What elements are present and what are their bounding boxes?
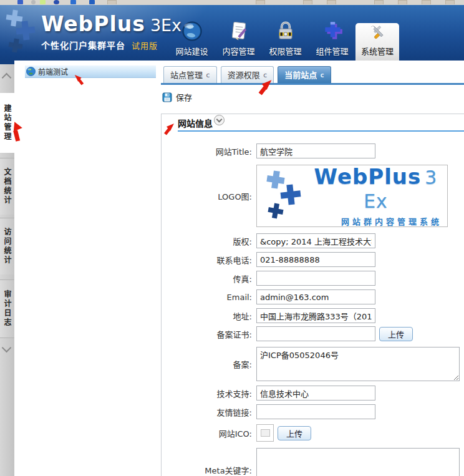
collapse-section-icon[interactable] bbox=[214, 115, 225, 125]
nav-label: 内容管理 bbox=[222, 45, 254, 57]
save-label: 保存 bbox=[176, 91, 192, 103]
address-input[interactable] bbox=[256, 308, 375, 323]
refresh-icon[interactable]: c bbox=[206, 67, 210, 84]
browser-toolbar-icon bbox=[89, 0, 95, 4]
nav-item-system[interactable]: 系统管理 bbox=[355, 23, 399, 61]
logo-subtitle-text: 网站群内容管理系统 bbox=[309, 215, 442, 227]
refresh-icon[interactable]: c bbox=[320, 67, 324, 84]
browser-toolbar-icon bbox=[398, 0, 407, 4]
section-title: 网站信息 bbox=[178, 117, 213, 129]
browser-toolbar-icon bbox=[31, 0, 36, 4]
phone-input[interactable] bbox=[256, 252, 375, 267]
sidebar-scroll-up[interactable] bbox=[0, 64, 14, 93]
site-globe-icon bbox=[26, 67, 36, 76]
logo-brand-text: WebPlus bbox=[314, 164, 422, 189]
browser-toolbar-icon bbox=[54, 0, 59, 4]
browser-toolbar-icon bbox=[107, 0, 117, 4]
field-label: 地址: bbox=[161, 310, 256, 322]
nav-item-permissions[interactable]: 权限管理 bbox=[262, 5, 309, 61]
field-label: 备案证书: bbox=[161, 328, 256, 340]
tab-resource-permissions[interactable]: 资源权限 c bbox=[221, 66, 274, 83]
browser-toolbar-icon bbox=[422, 0, 431, 4]
record-cert-upload-button[interactable]: 上传 bbox=[379, 327, 413, 341]
content-panel: 前端测试 站点管理 c 资源权限 c 当前站点 c bbox=[14, 61, 464, 476]
browser-toolbar-icon bbox=[17, 0, 23, 4]
site-logo-image: WebPlus3 Ex 网站群内容管理系统 bbox=[256, 165, 448, 227]
browser-toolbar-strip bbox=[0, 0, 464, 5]
field-label: 技术支持: bbox=[161, 387, 256, 399]
nav-item-content[interactable]: 内容管理 bbox=[215, 5, 262, 61]
tab-site-management[interactable]: 站点管理 c bbox=[163, 66, 217, 83]
tech-support-input[interactable] bbox=[256, 386, 375, 401]
brand-subtitle: 个性化门户集群平台 bbox=[41, 41, 125, 51]
copyright-input[interactable] bbox=[256, 233, 375, 248]
field-label: LOGO图: bbox=[161, 190, 256, 202]
sidebar-item-document-stats[interactable]: 文档统计 bbox=[0, 158, 14, 215]
field-label: Email: bbox=[161, 293, 256, 302]
trial-badge: 试用版 bbox=[132, 41, 158, 51]
browser-toolbar-icon bbox=[374, 0, 384, 4]
tree-item-label: 前端测试 bbox=[38, 66, 68, 77]
form-row-address: 地址: bbox=[161, 308, 464, 323]
meta-keywords-textarea[interactable] bbox=[256, 448, 460, 476]
ico-upload-button[interactable]: 上传 bbox=[278, 426, 311, 440]
form-row-record: 备案: 沪ICP备05052046号 bbox=[161, 347, 464, 381]
nav-label: 权限管理 bbox=[269, 45, 301, 57]
email-input[interactable] bbox=[256, 289, 375, 304]
record-cert-input[interactable] bbox=[256, 326, 375, 341]
browser-toolbar-icon bbox=[256, 0, 265, 4]
nav-label: 网站建设 bbox=[175, 45, 208, 57]
tab-underline bbox=[161, 83, 464, 85]
form-row-logo: LOGO图: WebPlus3 Ex 网站群内容管理系统 上传 bbox=[161, 165, 464, 227]
tools-icon bbox=[366, 23, 389, 42]
record-textarea[interactable]: 沪ICP备05052046号 bbox=[256, 347, 460, 381]
site-title-input[interactable] bbox=[256, 143, 375, 158]
nav-item-components[interactable]: 组件管理 bbox=[309, 5, 355, 61]
field-label: Meta关键字: bbox=[161, 464, 256, 476]
form-row-phone: 联系电话: bbox=[161, 252, 464, 267]
friendly-links-input[interactable] bbox=[256, 404, 375, 419]
main-nav: 网站建设 内容管理 bbox=[168, 5, 399, 61]
form-row-email: Email: bbox=[161, 289, 464, 304]
field-label: 友情链接: bbox=[161, 406, 256, 418]
tab-current-site[interactable]: 当前站点 c bbox=[278, 66, 331, 83]
sidebar-item-site-management[interactable]: 建站管理 bbox=[0, 93, 14, 153]
site-ico-preview bbox=[256, 424, 274, 442]
sidebar-scroll-down[interactable] bbox=[0, 338, 14, 359]
field-label: 备案: bbox=[161, 358, 256, 370]
webplus-logo-icon bbox=[4, 9, 39, 56]
browser-toolbar-icon bbox=[70, 0, 76, 4]
app-header: WebPlus3Ex 个性化门户集群平台试用版 网站建设 bbox=[0, 5, 464, 61]
brand-title: WebPlus3Ex bbox=[41, 14, 181, 36]
brand: WebPlus3Ex 个性化门户集群平台试用版 bbox=[4, 9, 181, 56]
tree-item-frontend-test[interactable]: 前端测试 bbox=[25, 66, 156, 78]
sidebar-item-audit-log[interactable]: 审计日志 bbox=[0, 279, 14, 338]
field-label: 联系电话: bbox=[161, 254, 256, 266]
browser-toolbar-icon bbox=[40, 0, 46, 4]
brand-name: WebPlus bbox=[41, 12, 145, 36]
form-row-copyright: 版权: bbox=[161, 233, 464, 248]
field-label: 网站Title: bbox=[161, 145, 256, 157]
save-button[interactable]: 保存 bbox=[162, 91, 192, 103]
tab-bar: 站点管理 c 资源权限 c 当前站点 c bbox=[163, 66, 331, 83]
form-row-support: 技术支持: bbox=[161, 386, 464, 401]
browser-toolbar-icon bbox=[303, 0, 312, 4]
form-row-meta-keywords: Meta关键字: bbox=[161, 448, 464, 476]
left-sidebar: 建站管理 文档统计 访问统计 审计日志 bbox=[0, 64, 16, 476]
nav-item-site-build[interactable]: 网站建设 bbox=[168, 5, 215, 61]
scroll-down-icon bbox=[2, 343, 12, 353]
form-row-title: 网站Title: bbox=[161, 143, 464, 158]
component-plus-icon bbox=[321, 20, 344, 42]
section-divider bbox=[178, 130, 464, 132]
form-row-links: 友情链接: bbox=[161, 404, 464, 419]
browser-toolbar-icon bbox=[327, 0, 336, 4]
sidebar-item-visit-stats[interactable]: 访问统计 bbox=[0, 218, 14, 274]
nav-label: 组件管理 bbox=[316, 45, 348, 57]
padlock-icon bbox=[274, 20, 297, 42]
form-row-ico: 网站ICO: 上传 bbox=[161, 424, 464, 442]
fax-input[interactable] bbox=[256, 271, 375, 286]
webplus-logo-icon bbox=[262, 168, 309, 223]
floppy-save-icon bbox=[162, 92, 172, 102]
refresh-icon[interactable]: c bbox=[263, 67, 268, 84]
field-label: 网站ICO: bbox=[161, 427, 256, 439]
